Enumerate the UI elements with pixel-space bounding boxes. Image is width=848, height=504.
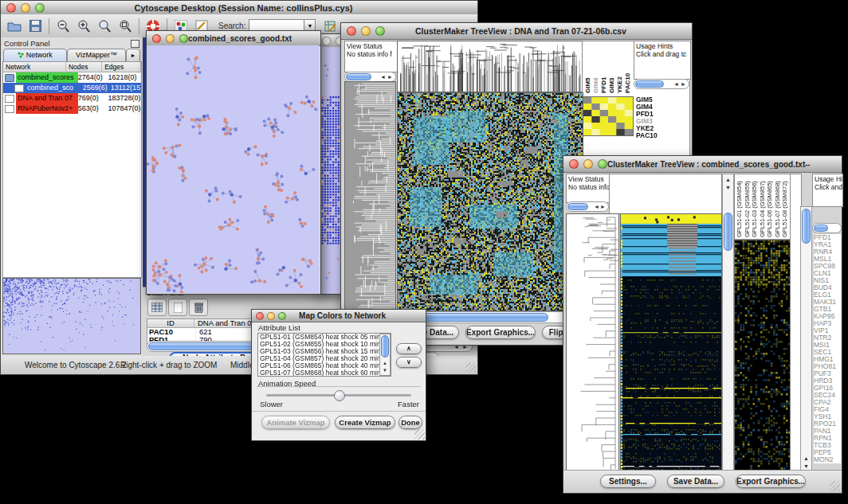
dna-heatmap[interactable] <box>397 92 583 311</box>
zoom-window-icon[interactable] <box>179 34 188 43</box>
usage-hints-hscrollbar[interactable]: ◄► <box>634 79 689 89</box>
attribute-editor-icon[interactable] <box>320 18 341 35</box>
gene-label[interactable]: RPN1 <box>814 435 841 442</box>
minimize-icon[interactable] <box>166 34 175 43</box>
gene-label[interactable]: GIM4 <box>636 104 687 111</box>
zoom-in-icon[interactable] <box>73 18 94 35</box>
network-row[interactable]: RNAPuberNov2+563(0)107847(0) <box>3 104 141 114</box>
gene-label[interactable]: HMG1 <box>814 356 841 363</box>
dna-column-label[interactable]: GIM4 <box>592 42 600 93</box>
gene-label[interactable]: NTR2 <box>814 334 841 342</box>
gene-label[interactable]: RNR4 <box>814 248 841 256</box>
gene-label[interactable]: VIP1 <box>814 327 841 334</box>
gene-label[interactable]: MSL1 <box>814 256 841 263</box>
gene-label[interactable]: PAC10 <box>636 132 687 139</box>
move-down-button[interactable]: ∨ <box>396 357 422 368</box>
global-heatmap[interactable] <box>620 213 722 472</box>
dna-column-label[interactable]: GIM3 <box>608 42 616 93</box>
birds-eye-view[interactable] <box>2 278 141 354</box>
array-column-label[interactable]: GPL51-02 (GSM855) <box>744 175 752 237</box>
id-col-header[interactable]: ID <box>147 319 194 327</box>
gene-label[interactable]: GIM3 <box>636 118 687 125</box>
gene-label[interactable]: YRA1 <box>814 241 841 248</box>
gene-label[interactable]: HAP3 <box>814 320 841 327</box>
array-column-label[interactable]: GPL51-03 (GSM856) <box>751 175 759 237</box>
resize-grip[interactable] <box>465 362 476 373</box>
save-icon[interactable] <box>25 18 45 35</box>
gene-label[interactable]: PFD1 <box>636 111 687 118</box>
zoom-window-icon[interactable] <box>35 3 45 13</box>
treeview-dna-titlebar[interactable]: ClusterMaker TreeView : DNA and Tran 07-… <box>341 23 692 40</box>
array-column-label[interactable]: GPL51-06 (GSM865) <box>766 175 774 237</box>
close-icon[interactable] <box>322 37 331 45</box>
trash-icon[interactable] <box>189 299 208 316</box>
network-row[interactable]: combined_scores2764(0)16218(0) <box>3 72 141 83</box>
create-vizmap-button[interactable]: Create Vizmap <box>335 416 395 429</box>
gene-label[interactable]: GPI16 <box>814 385 841 392</box>
gene-label[interactable]: GIM5 <box>636 96 687 104</box>
network1-canvas[interactable] <box>147 45 319 293</box>
minimize-icon[interactable] <box>583 159 593 169</box>
array-column-label[interactable]: GPL51-04 (GSM857) <box>759 175 767 237</box>
main-titlebar[interactable]: Cytoscape Desktop (Session Name: collins… <box>1 1 477 15</box>
minimize-icon[interactable] <box>21 3 30 13</box>
close-icon[interactable] <box>347 26 356 36</box>
zoom-out-icon[interactable] <box>53 18 73 35</box>
animation-speed-slider[interactable] <box>266 394 411 397</box>
gene-label[interactable]: YKE2 <box>636 125 687 132</box>
table-icon[interactable] <box>147 299 167 316</box>
attribute-item[interactable]: GPL51-04 (GSM857) heat shock 20 min <box>258 355 380 362</box>
close-icon[interactable] <box>569 159 579 169</box>
gene-label[interactable]: YSH1 <box>814 413 841 420</box>
animate-vizmap-button[interactable]: Animate Vizmap <box>261 416 330 429</box>
dna-column-label[interactable]: YKE2 <box>616 42 624 93</box>
dna-column-label[interactable]: GIM5 <box>584 42 592 93</box>
gene-label[interactable]: SEC24 <box>814 392 841 399</box>
attribute-item[interactable]: GPL51-01 (GSM854) heat shock 05 min <box>258 334 380 341</box>
export-graphics-button[interactable]: Export Graphics... <box>736 475 806 488</box>
open-icon[interactable] <box>4 18 25 35</box>
new-file-icon[interactable] <box>168 299 187 316</box>
gene-label[interactable]: TCB3 <box>814 442 841 449</box>
close-icon[interactable] <box>152 34 161 43</box>
column-dendrogram[interactable] <box>397 41 583 92</box>
attribute-item[interactable]: GPL51-02 (GSM855) heat shock 10 min <box>258 341 380 348</box>
dna-column-label[interactable]: PAC10 <box>624 42 632 93</box>
zoom-vscrollbar[interactable]: ▲▼ <box>800 206 812 472</box>
move-up-button[interactable]: ∧ <box>396 343 422 354</box>
minimize-icon[interactable] <box>267 312 275 320</box>
gene-label[interactable]: SEC1 <box>814 349 841 356</box>
save-data-button[interactable]: Save Data... <box>667 475 724 488</box>
gene-label[interactable]: PHO81 <box>814 363 841 370</box>
slider-thumb[interactable] <box>334 390 345 401</box>
gene-label[interactable]: BUD4 <box>814 284 841 291</box>
tab-vizmapper[interactable]: VizMapper™ <box>67 49 126 62</box>
dna-column-label[interactable]: PFD1 <box>600 42 608 93</box>
settings-button[interactable]: Settings... <box>600 475 656 488</box>
global-vscrollbar[interactable]: ▲▼ <box>722 174 734 472</box>
close-icon[interactable] <box>256 312 264 320</box>
zoom-window-icon[interactable] <box>278 312 286 320</box>
gene-label[interactable]: PFD1 <box>814 234 841 241</box>
network-row[interactable]: combined_sco2569(6)13112(15) <box>3 83 141 93</box>
gene-label[interactable]: NIS1 <box>814 277 841 284</box>
view-status-hscrollbar[interactable]: ◄► <box>566 201 609 212</box>
dialog-titlebar[interactable]: Map Colors to Network <box>252 310 426 322</box>
resize-grip[interactable] <box>830 481 840 491</box>
dna-export-graphics-button[interactable]: Export Graphics... <box>465 326 536 339</box>
gene-label[interactable]: ELG1 <box>814 291 841 299</box>
zoom-window-icon[interactable] <box>375 26 385 36</box>
gene-label[interactable]: CLN1 <box>814 270 841 277</box>
close-icon[interactable] <box>6 3 16 13</box>
gene-label[interactable]: FIG4 <box>814 406 841 413</box>
gene-label[interactable]: KAP95 <box>814 313 841 320</box>
zoom-heatmap[interactable] <box>734 240 791 472</box>
gene-label[interactable]: PEP5 <box>814 449 841 456</box>
minimize-icon[interactable] <box>361 26 371 36</box>
gene-label[interactable]: GTB1 <box>814 306 841 313</box>
attribute-item[interactable]: GPL51-06 (GSM865) heat shock 40 min <box>258 362 380 369</box>
tab-network[interactable]: Network <box>3 49 67 62</box>
gene-label[interactable]: MAK31 <box>814 299 841 306</box>
done-button[interactable]: Done <box>398 416 422 429</box>
gene-label[interactable]: MON2 <box>814 456 841 463</box>
